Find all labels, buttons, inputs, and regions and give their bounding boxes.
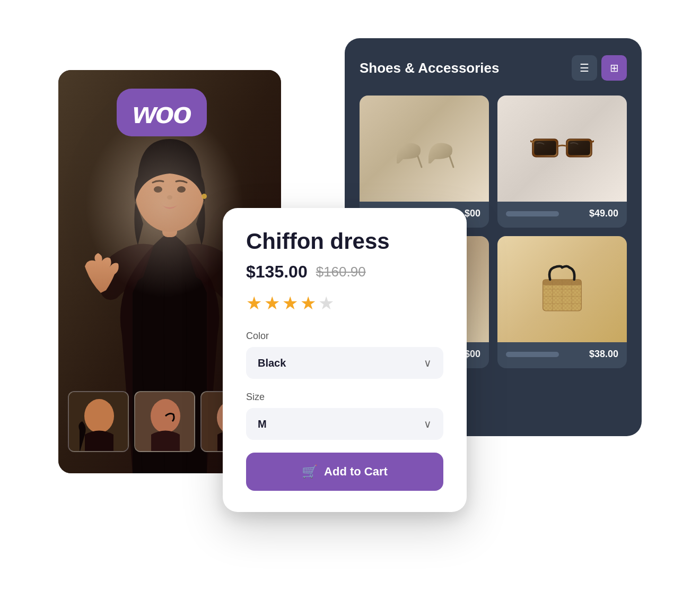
svg-point-9: [84, 399, 114, 433]
list-view-toggle[interactable]: ☰: [572, 55, 597, 81]
star-4: ★: [300, 292, 316, 314]
product-price-shoes2: $00: [465, 349, 480, 360]
product-name-bar-sunglasses: [506, 211, 559, 216]
svg-line-21: [592, 140, 594, 142]
size-label: Size: [246, 392, 443, 403]
color-select[interactable]: Black ∨: [246, 347, 443, 379]
svg-line-20: [530, 140, 532, 142]
star-2: ★: [264, 292, 280, 314]
grid-view-toggle[interactable]: ⊞: [601, 55, 627, 81]
thumbnail-2[interactable]: [134, 391, 195, 452]
color-field: Color Black ∨: [246, 331, 443, 379]
stars-row: ★ ★ ★ ★ ★: [246, 292, 443, 314]
product-image-heels: [360, 96, 489, 202]
price-row: $135.00 $160.90: [246, 262, 443, 282]
product-image-bag: [497, 236, 627, 342]
size-value: M: [258, 418, 267, 430]
svg-line-14: [418, 157, 422, 167]
size-select[interactable]: M ∨: [246, 408, 443, 440]
size-chevron-icon: ∨: [424, 418, 432, 430]
product-price-sunglasses: $49.00: [589, 208, 618, 219]
view-toggles: ☰ ⊞: [572, 55, 627, 81]
grid-icon: ⊞: [610, 62, 619, 74]
thumbnail-1[interactable]: [68, 391, 129, 452]
color-label: Color: [246, 331, 443, 342]
product-image-sunglasses: [497, 96, 627, 202]
list-icon: ☰: [580, 62, 589, 74]
price-current: $135.00: [246, 262, 308, 282]
shop-product-sunglasses[interactable]: $49.00: [497, 96, 627, 228]
shop-title: Shoes & Accessories: [360, 60, 500, 76]
svg-line-15: [450, 157, 453, 167]
add-to-cart-label: Add to Cart: [324, 465, 388, 479]
product-price-heels: $00: [465, 208, 480, 219]
star-3: ★: [282, 292, 298, 314]
add-to-cart-button[interactable]: 🛒 Add to Cart: [246, 453, 443, 491]
woo-logo-bubble: woo: [117, 89, 207, 136]
cart-icon: 🛒: [302, 464, 318, 479]
product-name-bar-bag: [506, 352, 559, 357]
product-title: Chiffon dress: [246, 229, 443, 254]
shop-header: Shoes & Accessories ☰ ⊞: [360, 55, 627, 81]
shop-product-bag[interactable]: $38.00: [497, 236, 627, 368]
color-chevron-icon: ∨: [424, 357, 432, 369]
price-original: $160.90: [316, 264, 366, 280]
product-info-bag: $38.00: [497, 342, 627, 368]
scene: woo Shoes & Accessories ☰ ⊞: [58, 38, 642, 569]
woo-logo-text: woo: [133, 95, 191, 129]
star-1: ★: [246, 292, 262, 314]
product-card: Chiffon dress $135.00 $160.90 ★ ★ ★ ★ ★ …: [223, 208, 467, 512]
product-info-sunglasses: $49.00: [497, 202, 627, 228]
product-price-bag: $38.00: [589, 349, 618, 360]
size-field: Size M ∨: [246, 392, 443, 440]
star-5-empty: ★: [318, 292, 334, 314]
color-value: Black: [258, 357, 286, 369]
